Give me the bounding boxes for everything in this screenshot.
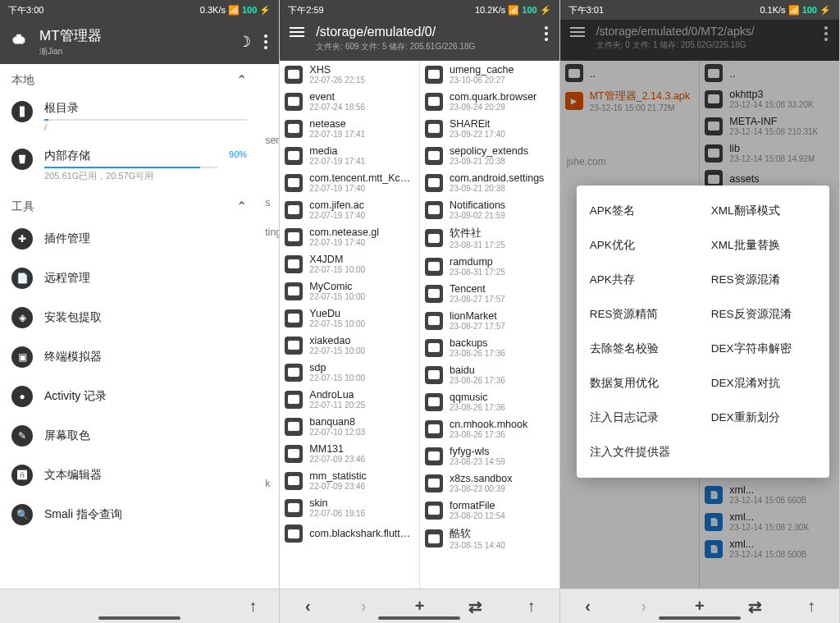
file-row[interactable]: META-INF23-12-14 15:08 210.31K <box>700 112 839 140</box>
file-row[interactable]: banquan822-07-10 12:03 <box>280 413 419 440</box>
file-row[interactable]: 软件社23-08-31 17:25 <box>420 223 559 253</box>
back-icon[interactable]: ‹ <box>578 597 598 616</box>
file-row[interactable]: sdp22-07-15 10:00 <box>280 359 419 386</box>
storage-internal[interactable]: 内部存储 205.61G已用，20.57G可用 90% <box>0 140 258 190</box>
file-row[interactable]: XHS22-07-26 22:15 <box>280 61 419 88</box>
menu-item[interactable]: APK签名 <box>582 194 703 228</box>
up-row[interactable]: .. <box>560 61 700 85</box>
tool-item[interactable]: 🅰文本编辑器 <box>0 456 258 495</box>
file-row[interactable]: formatFile23-08-20 12:54 <box>420 497 559 524</box>
menu-item[interactable]: DEX混淆对抗 <box>703 366 824 401</box>
menu-item[interactable]: 去除签名校验 <box>582 332 703 366</box>
tool-item[interactable]: 📄远程管理 <box>0 259 258 298</box>
menu-item[interactable]: DEX字符串解密 <box>703 332 824 366</box>
file-row[interactable]: umeng_cache23-10-06 20:27 <box>420 61 559 88</box>
menu-item[interactable]: DEX重新划分 <box>703 401 824 435</box>
file-row[interactable]: com.tencent.mtt_KcSdk22-07-19 17:40 <box>280 169 419 196</box>
file-row[interactable]: qqmusic23-08-26 17:36 <box>420 388 559 415</box>
file-row[interactable]: com.netease.gl22-07-19 17:40 <box>280 223 419 250</box>
file-row[interactable]: ramdump23-08-31 17:25 <box>420 253 559 280</box>
more-icon[interactable] <box>823 25 829 43</box>
file-row[interactable]: x8zs.sandbox23-08-23 00:39 <box>420 470 559 497</box>
file-row[interactable]: netease22-07-19 17:41 <box>280 115 419 142</box>
file-row[interactable]: xiakedao22-07-15 10:00 <box>280 332 419 359</box>
folder-icon <box>425 366 443 384</box>
current-path[interactable]: /storage/emulated/0/ <box>316 25 531 39</box>
section-local[interactable]: 本地 ⌃ <box>0 64 258 93</box>
tool-item[interactable]: ▣终端模拟器 <box>0 337 258 377</box>
file-row[interactable]: okhttp323-12-14 15:08 33.20K <box>700 85 839 112</box>
file-row[interactable]: Tencent23-08-27 17:57 <box>420 280 559 307</box>
nav-handle[interactable] <box>378 616 460 620</box>
up-arrow-icon[interactable]: ↑ <box>243 597 262 616</box>
file-row[interactable]: YueDu22-07-15 10:00 <box>280 305 419 332</box>
status-speed: 0.3K/s <box>200 5 226 15</box>
up-icon[interactable]: ↑ <box>801 597 821 616</box>
apk-file[interactable]: ▶ MT管理器_2.14.3.apk 23-12-16 15:00 21.72M <box>560 85 700 117</box>
menu-item[interactable]: RES资源混淆 <box>703 263 824 297</box>
menu-item[interactable]: XML翻译模式 <box>703 194 824 228</box>
tool-item[interactable]: ✚插件管理 <box>0 219 258 259</box>
storage-root[interactable]: 根目录 / <box>0 93 258 140</box>
file-row[interactable]: event22-07-24 18:56 <box>280 88 419 115</box>
menu-icon[interactable] <box>570 25 585 39</box>
file-row[interactable]: com.blackshark.flutter_to... <box>280 521 419 546</box>
menu-item[interactable]: RES反资源混淆 <box>703 297 824 332</box>
menu-item[interactable]: RES资源精简 <box>582 297 703 332</box>
menu-item[interactable]: APK优化 <box>582 228 703 263</box>
menu-item[interactable]: APK共存 <box>582 263 703 297</box>
file-row[interactable]: lib23-12-14 15:08 14.92M <box>700 140 839 167</box>
back-icon[interactable]: ‹ <box>298 597 317 616</box>
file-row[interactable]: com.android.settings23-09-21 20:38 <box>420 169 559 196</box>
file-row[interactable]: X4JDM22-07-15 10:00 <box>280 250 419 277</box>
nav-handle[interactable] <box>659 616 741 620</box>
file-row[interactable]: cn.mhook.mhook23-08-26 17:36 <box>420 415 559 442</box>
more-icon[interactable] <box>543 25 550 43</box>
file-row[interactable]: AndroLua22-07-11 20:25 <box>280 386 419 413</box>
file-row[interactable]: media22-07-19 17:41 <box>280 142 419 169</box>
menu-item[interactable]: 注入文件提供器 <box>582 435 703 470</box>
file-row[interactable]: baidu23-08-26 17:36 <box>420 361 559 388</box>
night-mode-icon[interactable]: ☽ <box>238 33 251 51</box>
folder-icon <box>425 339 443 357</box>
file-row[interactable]: Notifications23-09-02 21:59 <box>420 196 559 223</box>
tool-item[interactable]: ●Activity 记录 <box>0 377 258 416</box>
up-row[interactable]: .. <box>700 61 839 85</box>
add-icon[interactable]: + <box>690 597 710 616</box>
file-row[interactable]: com.jifen.ac22-07-19 17:40 <box>280 196 419 223</box>
more-icon[interactable] <box>262 33 269 51</box>
tool-icon: 🔍 <box>11 504 33 525</box>
up-icon[interactable]: ↑ <box>522 597 541 616</box>
nav-handle[interactable] <box>98 616 180 620</box>
file-row[interactable]: mm_statistic22-07-09 23:46 <box>280 467 419 494</box>
xml-file-row[interactable]: 📄xml...23-12-14 15:08 500B <box>700 535 839 562</box>
xml-file-row[interactable]: 📄xml...23-12-14 15:08 660B <box>700 481 839 508</box>
folder-icon <box>285 147 303 165</box>
file-row[interactable]: backups23-08-26 17:36 <box>420 334 559 361</box>
menu-item[interactable]: 数据复用优化 <box>582 366 703 401</box>
file-row[interactable]: com.quark.browser23-09-24 20:29 <box>420 88 559 115</box>
add-icon[interactable]: + <box>409 597 429 616</box>
file-row[interactable]: 酷软23-08-15 14:40 <box>420 524 559 553</box>
file-row[interactable]: SHAREit23-09-22 17:40 <box>420 115 559 142</box>
folder-icon <box>425 529 443 547</box>
file-row[interactable]: sepolicy_extends23-09-21 20:38 <box>420 142 559 169</box>
tool-item[interactable]: 🔍Smali 指令查询 <box>0 495 258 534</box>
file-row[interactable]: lionMarket23-08-27 17:57 <box>420 307 559 334</box>
phone-home: 下午3:00 0.3K/s 📶 100 ⚡ MT管理器 渐Jian ☽ 本地 ⌃… <box>0 0 280 623</box>
file-row[interactable]: skin22-07-06 19:16 <box>280 494 419 521</box>
menu-item[interactable]: XML批量替换 <box>703 228 824 263</box>
tool-item[interactable]: ◈安装包提取 <box>0 298 258 337</box>
swap-icon[interactable]: ⇄ <box>746 597 765 616</box>
apk-icon: ▶ <box>565 92 583 110</box>
file-row[interactable]: MyComic22-07-15 10:00 <box>280 277 419 305</box>
tool-item[interactable]: ✎屏幕取色 <box>0 416 258 456</box>
xml-file-row[interactable]: 📄xml...23-12-14 15:08 2.30K <box>700 508 839 535</box>
folder-icon <box>285 66 303 84</box>
menu-item[interactable]: 注入日志记录 <box>582 401 703 435</box>
file-row[interactable]: MM13122-07-09 23:46 <box>280 440 419 467</box>
swap-icon[interactable]: ⇄ <box>466 597 486 616</box>
section-tools[interactable]: 工具 ⌃ <box>0 190 258 219</box>
menu-icon[interactable] <box>290 25 304 39</box>
file-row[interactable]: fyfyg-wls23-08-23 14:59 <box>420 442 559 470</box>
